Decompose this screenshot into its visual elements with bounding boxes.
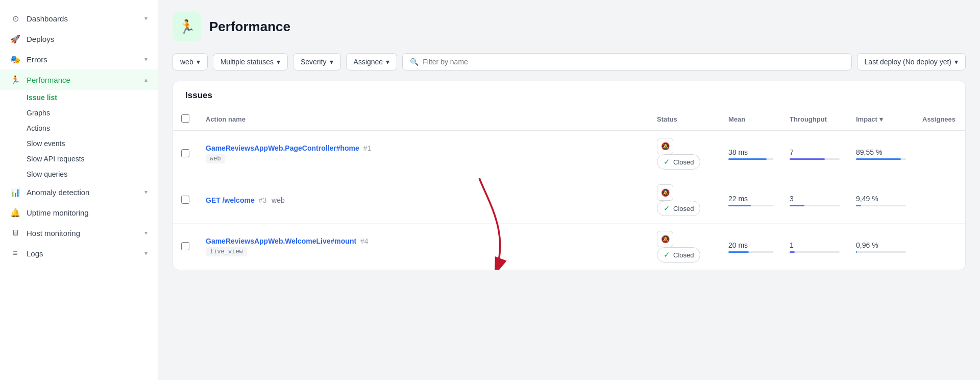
chevron-down-icon: ▾ <box>144 250 148 257</box>
chevron-up-icon: ▴ <box>144 76 148 83</box>
issues-table: Action name Status Mean Throughput Impac… <box>173 108 965 270</box>
logs-icon: ≡ <box>10 248 20 258</box>
sidebar-label-deploys: Deploys <box>27 35 54 43</box>
severity-filter-label: Severity <box>301 58 327 66</box>
action-name-cell-2: GameReviewsAppWeb.WelcomeLive#mount #4 l… <box>198 224 649 270</box>
filters-bar: web ▾ Multiple statuses ▾ Severity ▾ Ass… <box>173 53 966 70</box>
sidebar-item-uptime[interactable]: 🔔 Uptime monitoring <box>0 202 158 223</box>
status-filter[interactable]: Multiple statuses ▾ <box>213 53 288 70</box>
page-header: 🏃 Performance <box>173 12 966 41</box>
throughput-cell-0: 7 <box>781 131 848 177</box>
sidebar-item-slow-events[interactable]: Slow events <box>27 136 158 151</box>
sidebar-label-host: Host monitoring <box>27 229 80 238</box>
row-checkbox-cell-2 <box>173 224 198 270</box>
web-chevron-icon: ▾ <box>197 58 200 66</box>
col-action-name: Action name <box>198 108 649 131</box>
col-throughput: Throughput <box>781 108 848 131</box>
web-filter[interactable]: web ▾ <box>173 53 208 70</box>
action-link-2[interactable]: GameReviewsAppWeb.WelcomeLive#mount <box>206 237 356 245</box>
mute-button-1[interactable]: 🔕 <box>657 184 673 201</box>
tag-2: live_view <box>206 247 247 256</box>
search-box: 🔍 <box>402 53 851 70</box>
anomaly-icon: 📊 <box>10 187 20 197</box>
impact-value-1: 9,49 % <box>856 195 906 203</box>
issues-table-card: Issues Action name Status Mean Throughpu… <box>173 81 966 270</box>
col-status: Status <box>649 108 720 131</box>
select-all-header <box>173 108 198 131</box>
impact-bar-fill-0 <box>856 158 901 160</box>
impact-bar-2 <box>856 251 906 253</box>
status-label-2: Closed <box>673 251 694 259</box>
throughput-value-0: 7 <box>790 148 840 156</box>
mean-cell-0: 38 ms <box>720 131 781 177</box>
issue-num-2: #4 <box>360 237 369 245</box>
impact-cell-1: 9,49 % <box>848 177 914 224</box>
mute-button-2[interactable]: 🔕 <box>657 231 673 247</box>
sidebar-item-host[interactable]: 🖥 Host monitoring ▾ <box>0 223 158 243</box>
assignees-cell-2 <box>914 224 965 270</box>
issue-num-1: #3 <box>259 196 267 204</box>
status-filter-label: Multiple statuses <box>220 58 274 66</box>
search-input[interactable] <box>423 58 844 66</box>
throughput-value-2: 1 <box>790 241 840 249</box>
impact-bar-fill-1 <box>856 205 861 206</box>
impact-cell-0: 89,55 % <box>848 131 914 177</box>
action-name-cell-0: GameReviewsAppWeb.PageController#home #1… <box>198 131 649 177</box>
page-icon: 🏃 <box>173 12 201 41</box>
table-row: GET /welcome #3 web 🔕 ✓ Closed 22 ms 3 9 <box>173 177 965 224</box>
mean-bar-fill-1 <box>728 205 751 206</box>
impact-bar-fill-2 <box>856 251 857 253</box>
select-all-checkbox[interactable] <box>181 114 189 123</box>
action-link-0[interactable]: GameReviewsAppWeb.PageController#home <box>206 144 359 152</box>
web-filter-label: web <box>180 58 193 66</box>
sidebar-item-deploys[interactable]: 🚀 Deploys <box>0 29 158 49</box>
sidebar-item-graphs[interactable]: Graphs <box>27 105 158 121</box>
status-chevron-icon: ▾ <box>277 58 280 66</box>
col-impact[interactable]: Impact ▾ <box>848 108 914 131</box>
deploy-chevron-icon: ▾ <box>954 58 958 66</box>
mean-cell-1: 22 ms <box>720 177 781 224</box>
row-checkbox-cell-0 <box>173 131 198 177</box>
tag-inline-1: web <box>272 196 285 204</box>
mute-button-0[interactable]: 🔕 <box>657 138 673 154</box>
row-checkbox-2[interactable] <box>181 242 189 250</box>
closed-icon-2: ✓ <box>664 250 670 259</box>
sidebar-item-logs[interactable]: ≡ Logs ▾ <box>0 243 158 264</box>
mean-bar-2 <box>728 251 773 253</box>
row-checkbox-1[interactable] <box>181 196 189 204</box>
sidebar-item-slow-api[interactable]: Slow API requests <box>27 151 158 167</box>
sidebar-item-slow-queries[interactable]: Slow queries <box>27 167 158 182</box>
mean-value-0: 38 ms <box>728 148 773 156</box>
sidebar-item-performance[interactable]: 🏃 Performance ▴ <box>0 69 158 90</box>
impact-cell-2: 0,96 % <box>848 224 914 270</box>
status-badge-1: ✓ Closed <box>657 201 700 216</box>
mean-bar-1 <box>728 205 773 206</box>
status-badge-0: ✓ Closed <box>657 154 700 170</box>
impact-sort-btn[interactable]: Impact ▾ <box>856 115 883 123</box>
table-section-title: Issues <box>173 81 965 108</box>
throughput-value-1: 3 <box>790 195 840 203</box>
deploys-icon: 🚀 <box>10 34 20 44</box>
impact-value-0: 89,55 % <box>856 148 906 156</box>
action-link-1[interactable]: GET /welcome <box>206 196 255 204</box>
page-title: Performance <box>209 19 290 35</box>
assignee-filter[interactable]: Assignee ▾ <box>346 53 398 70</box>
assignee-chevron-icon: ▾ <box>386 58 389 66</box>
deploy-filter[interactable]: Last deploy (No deploy yet) ▾ <box>857 53 966 70</box>
mean-cell-2: 20 ms <box>720 224 781 270</box>
assignee-filter-label: Assignee <box>354 58 383 66</box>
status-cell-2: 🔕 ✓ Closed <box>649 224 720 270</box>
sidebar-item-anomaly[interactable]: 📊 Anomaly detection ▾ <box>0 182 158 202</box>
sidebar-item-dashboards[interactable]: ⊙ Dashboards ▾ <box>0 8 158 29</box>
sidebar-item-actions[interactable]: Actions <box>27 121 158 136</box>
throughput-bar-fill-1 <box>790 205 804 206</box>
severity-filter[interactable]: Severity ▾ <box>293 53 341 70</box>
table-header-row: Action name Status Mean Throughput Impac… <box>173 108 965 131</box>
sidebar-label-dashboards: Dashboards <box>27 14 68 23</box>
severity-chevron-icon: ▾ <box>330 58 333 66</box>
sidebar-item-issue-list[interactable]: Issue list <box>27 90 158 105</box>
sidebar-item-errors[interactable]: 🎭 Errors ▾ <box>0 49 158 69</box>
row-checkbox-0[interactable] <box>181 149 189 157</box>
mean-value-2: 20 ms <box>728 241 773 249</box>
throughput-bar-fill-0 <box>790 158 825 160</box>
